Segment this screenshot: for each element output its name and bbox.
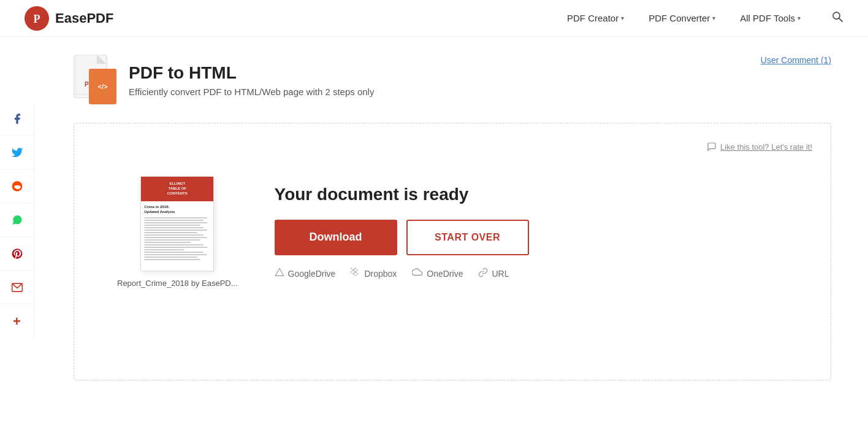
action-buttons: Download START OVER: [275, 220, 788, 255]
doc-thumbnail-header-text: ELLINGTTABLE OFCONTENTS: [167, 182, 188, 196]
nav-pdf-converter[interactable]: PDF Converter ▾: [649, 13, 715, 23]
svg-marker-9: [275, 268, 283, 276]
page-header-left: PDF </> PDF to HTML Efficiently convert …: [74, 55, 374, 104]
email-btn[interactable]: [0, 271, 34, 304]
whatsapp-btn[interactable]: [0, 203, 34, 237]
content-area: ELLINGTTABLE OFCONTENTS Crime in 2018:Up…: [93, 164, 812, 300]
result-title: Your document is ready: [275, 185, 788, 204]
pinterest-icon: [11, 247, 23, 260]
email-icon: [11, 281, 23, 293]
result-area: Your document is ready Download START OV…: [275, 185, 788, 280]
reddit-icon: [11, 180, 23, 192]
logo-icon: P: [25, 6, 49, 31]
page-title-area: PDF to HTML Efficiently convert PDF to H…: [129, 63, 374, 97]
page-header: PDF </> PDF to HTML Efficiently convert …: [74, 55, 831, 104]
doc-thumbnail-title: Crime in 2018:Updated Analysis: [144, 205, 210, 215]
url-option[interactable]: URL: [478, 268, 509, 280]
cloud-options: GoogleDrive Dropbox OneDrive: [275, 268, 788, 280]
facebook-icon: [11, 112, 23, 125]
onedrive-icon: [412, 268, 423, 279]
social-sidebar: +: [0, 102, 34, 338]
nav-all-pdf-tools[interactable]: All PDF Tools ▾: [740, 13, 801, 23]
page-title: PDF to HTML: [129, 63, 374, 83]
onedrive-option[interactable]: OneDrive: [412, 268, 463, 279]
main-content: PDF </> PDF to HTML Efficiently convert …: [37, 37, 868, 399]
nav-pdf-creator[interactable]: PDF Creator ▾: [567, 13, 624, 23]
page-subtitle: Efficiently convert PDF to HTML/Web page…: [129, 87, 374, 97]
doc-thumbnail-body: Crime in 2018:Updated Analysis: [141, 201, 213, 264]
html-icon: </>: [89, 69, 116, 104]
more-btn[interactable]: +: [0, 304, 34, 338]
rate-bar: Like this tool? Let's rate it!: [93, 142, 812, 152]
chat-icon: [707, 142, 717, 152]
doc-filename: Report_Crime_2018 by EasePD...: [117, 279, 238, 288]
download-button[interactable]: Download: [275, 220, 397, 255]
search-icon: [831, 10, 843, 23]
twitter-icon: [11, 146, 23, 158]
logo-text: EasePDF: [55, 10, 113, 26]
doc-thumbnail: ELLINGTTABLE OFCONTENTS Crime in 2018:Up…: [140, 176, 214, 271]
reddit-btn[interactable]: [0, 169, 34, 203]
facebook-btn[interactable]: [0, 102, 34, 136]
main-nav: PDF Creator ▾ PDF Converter ▾ All PDF To…: [567, 10, 843, 26]
google-drive-icon: [275, 268, 284, 280]
search-button[interactable]: [831, 10, 843, 26]
chevron-down-icon: ▾: [712, 15, 715, 21]
doc-preview: ELLINGTTABLE OFCONTENTS Crime in 2018:Up…: [117, 176, 238, 288]
twitter-btn[interactable]: [0, 136, 34, 169]
doc-thumbnail-header: ELLINGTTABLE OFCONTENTS: [141, 177, 213, 201]
google-drive-option[interactable]: GoogleDrive: [275, 268, 336, 280]
header: P EasePDF PDF Creator ▾ PDF Converter ▾ …: [0, 0, 868, 37]
dropbox-icon: [351, 268, 360, 280]
file-icon-container: PDF </>: [74, 55, 116, 104]
dropbox-option[interactable]: Dropbox: [351, 268, 397, 280]
start-over-button[interactable]: START OVER: [406, 220, 529, 255]
url-icon: [478, 268, 488, 280]
svg-line-3: [839, 18, 843, 22]
pinterest-btn[interactable]: [0, 237, 34, 271]
whatsapp-icon: [11, 214, 23, 226]
chevron-down-icon: ▾: [621, 15, 624, 21]
tool-area: Like this tool? Let's rate it! ELLINGTTA…: [74, 123, 831, 380]
rate-link[interactable]: Like this tool? Let's rate it!: [707, 142, 812, 152]
logo[interactable]: P EasePDF: [25, 6, 113, 31]
user-comment-link[interactable]: User Comment (1): [761, 55, 831, 65]
doc-thumbnail-lines: [144, 217, 210, 260]
svg-text:P: P: [34, 13, 40, 25]
chevron-down-icon: ▾: [798, 15, 801, 21]
